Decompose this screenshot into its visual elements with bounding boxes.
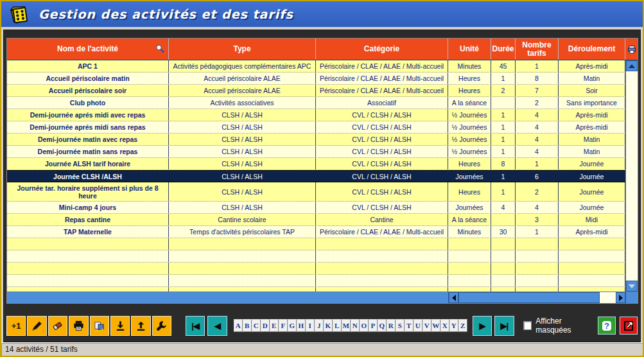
cell-tariffs: 1 (516, 158, 559, 170)
letter-button-B[interactable]: B (243, 319, 252, 332)
cell-name (7, 250, 169, 262)
cell-duration (491, 275, 516, 286)
letter-button-Z[interactable]: Z (458, 319, 467, 332)
letter-button-J[interactable]: J (315, 319, 324, 332)
search-icon[interactable] (155, 44, 165, 54)
letter-button-F[interactable]: F (279, 319, 288, 332)
letter-button-W[interactable]: W (431, 319, 440, 332)
column-header-unit[interactable]: Unité (448, 39, 491, 60)
table-row[interactable]: Demi-journée matin avec repasCLSH / ALSH… (7, 134, 625, 146)
delete-button[interactable] (48, 316, 67, 336)
scroll-right-button[interactable] (616, 292, 625, 303)
cell-type: Cantine scolaire (169, 214, 316, 225)
vertical-scroll-track[interactable] (626, 71, 638, 281)
letter-button-M[interactable]: M (342, 319, 351, 332)
settings-button[interactable] (152, 316, 171, 336)
cell-type (169, 250, 316, 262)
cell-tariffs: 2 (516, 182, 559, 201)
cell-name: Journée CLSH /ALSH (7, 171, 169, 182)
cell-category: Périscolaire / CLAE / ALAE / Multi-accue… (316, 85, 448, 96)
cell-name: Journée ALSH tarif horaire (7, 158, 169, 170)
cell-period: Après-midi (559, 121, 625, 133)
cell-tariffs: 1 (516, 226, 559, 238)
scroll-left-button[interactable] (449, 292, 458, 303)
letter-button-K[interactable]: K (324, 319, 333, 332)
table-row[interactable]: APC 1Activités pédagogiques complémentai… (7, 60, 625, 73)
table-options-icon[interactable] (625, 39, 638, 60)
cell-type: CLSH / ALSH (169, 134, 316, 145)
letter-button-Q[interactable]: Q (378, 319, 387, 332)
cell-duration: 1 (491, 146, 516, 157)
scroll-up-button[interactable] (626, 60, 638, 71)
cell-name: Demi-journée matin avec repas (7, 134, 169, 145)
letter-button-U[interactable]: U (413, 319, 422, 332)
table-row[interactable]: Demi-journée aprés midi sans repasCLSH /… (7, 121, 625, 134)
cell-unit: Minutes (448, 226, 491, 238)
letter-button-S[interactable]: S (396, 319, 405, 332)
table-row[interactable]: TAP MaternelleTemps d'activités périscol… (7, 226, 625, 238)
column-header-duration[interactable]: Durée (491, 39, 516, 60)
show-hidden-checkbox[interactable] (523, 321, 532, 330)
letter-button-X[interactable]: X (440, 319, 449, 332)
scroll-down-button[interactable] (626, 281, 638, 292)
cell-period: Après-midi (559, 109, 625, 121)
next-record-button[interactable]: ▶ (473, 316, 492, 336)
table-row[interactable]: Mini-camp 4 joursCLSH / ALSHCVL / CLSH /… (7, 202, 625, 214)
column-header-category[interactable]: Catégorie (316, 39, 448, 60)
cell-duration: 1 (491, 171, 516, 182)
letter-button-C[interactable]: C (252, 319, 261, 332)
column-header-period[interactable]: Déroulement (559, 39, 625, 60)
cell-name: Repas cantine (7, 214, 169, 225)
letter-button-O[interactable]: O (360, 319, 369, 332)
cell-name: Accueil périscolaire soir (7, 85, 169, 96)
horizontal-scroll-track[interactable] (600, 292, 616, 303)
letter-button-E[interactable]: E (270, 319, 279, 332)
horizontal-scroll-thumb[interactable] (458, 292, 600, 303)
add-activity-button[interactable]: +1 (6, 316, 26, 336)
exit-button[interactable]: ↗ (620, 317, 638, 335)
horizontal-scrollbar[interactable] (7, 292, 638, 303)
vertical-scrollbar[interactable] (625, 60, 638, 292)
table-row[interactable]: Demi-journée aprés midi avec repasCLSH /… (7, 109, 625, 121)
export-button[interactable] (131, 316, 150, 336)
letter-button-I[interactable]: I (306, 319, 315, 332)
letter-button-Y[interactable]: Y (449, 319, 458, 332)
last-record-button[interactable]: ▶| (494, 316, 514, 336)
table-row[interactable]: Accueil périscolaire soirAccueil périsco… (7, 85, 625, 97)
cell-period: Sans importance (559, 97, 625, 109)
column-header-name[interactable]: Nom de l'activité (7, 39, 169, 60)
letter-button-D[interactable]: D (261, 319, 270, 332)
cell-period: Matin (559, 146, 625, 157)
previous-record-button[interactable]: ◀ (207, 316, 227, 336)
transfer-button[interactable] (90, 316, 109, 336)
empty-row (7, 238, 625, 250)
cell-name (7, 275, 169, 286)
letter-button-R[interactable]: R (387, 319, 396, 332)
help-button[interactable]: ? (598, 317, 616, 335)
column-header-type[interactable]: Type (169, 39, 316, 60)
letter-button-G[interactable]: G (288, 319, 297, 332)
cell-unit: Journées (448, 171, 491, 182)
letter-button-T[interactable]: T (405, 319, 413, 332)
cell-tariffs: 3 (516, 214, 559, 225)
cell-unit: A la séance (448, 214, 491, 225)
table-row[interactable]: Club photoActivités associativesAssociat… (7, 97, 625, 109)
letter-button-N[interactable]: N (351, 319, 360, 332)
table-row[interactable]: Journée tar. horaire supplément si plus … (7, 182, 625, 202)
letter-button-A[interactable]: A (234, 319, 243, 332)
letter-button-V[interactable]: V (422, 319, 431, 332)
table-row[interactable]: Journée ALSH tarif horaireCLSH / ALSHCVL… (7, 158, 625, 170)
first-record-button[interactable]: |◀ (186, 316, 205, 336)
letter-button-H[interactable]: H (297, 319, 306, 332)
table-row[interactable]: Journée CLSH /ALSHCLSH / ALSHCVL / CLSH … (7, 170, 625, 182)
table-row[interactable]: Repas cantineCantine scolaireCantineA la… (7, 214, 625, 226)
import-button[interactable] (110, 316, 130, 336)
column-header-tariffs[interactable]: Nombre tarifs (516, 39, 559, 60)
table-row[interactable]: Demi-journée matin sans repasCLSH / ALSH… (7, 146, 625, 158)
print-button[interactable] (69, 316, 88, 336)
cell-type: CLSH / ALSH (169, 202, 316, 213)
letter-button-P[interactable]: P (369, 319, 378, 332)
edit-button[interactable] (27, 316, 46, 336)
letter-button-L[interactable]: L (333, 319, 342, 332)
table-row[interactable]: Accueil périscolaire matinAccueil périsc… (7, 73, 625, 85)
